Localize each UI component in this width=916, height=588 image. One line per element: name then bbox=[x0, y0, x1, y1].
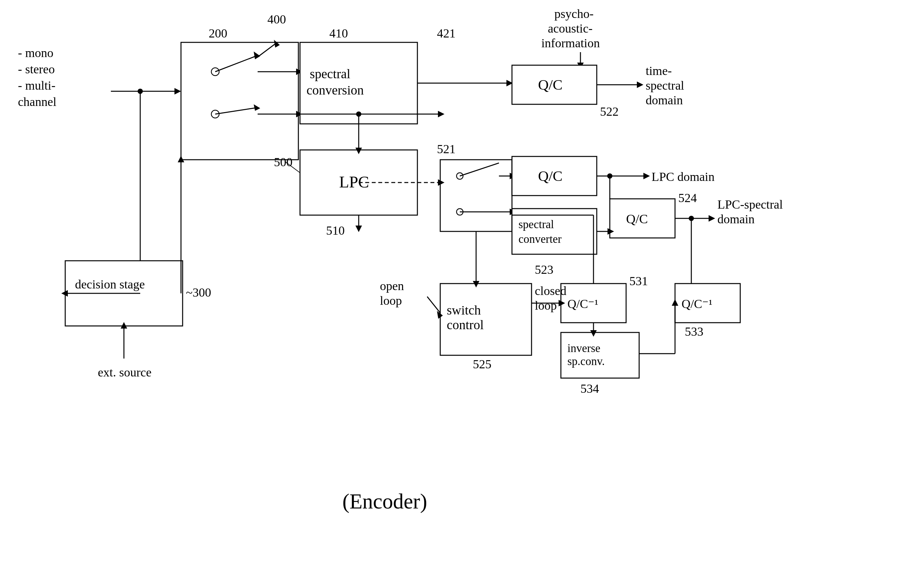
label-psycho-2: acoustic- bbox=[548, 21, 592, 35]
label-533: 533 bbox=[685, 325, 703, 338]
label-531: 531 bbox=[630, 274, 648, 288]
label-510: 510 bbox=[326, 224, 345, 237]
block-200 bbox=[181, 42, 298, 160]
label-spectral-converter-1: spectral bbox=[518, 218, 554, 231]
label-lpc-domain: LPC domain bbox=[652, 170, 714, 184]
label-522: 522 bbox=[600, 105, 618, 118]
label-psycho-3: information bbox=[541, 36, 600, 50]
label-qc-top: Q/C bbox=[538, 77, 563, 93]
label-time-spectral-2: spectral bbox=[646, 79, 684, 92]
label-spectral-converter-2: converter bbox=[518, 233, 562, 246]
label-524: 524 bbox=[678, 191, 697, 205]
label-qc-spectral: Q/C bbox=[626, 212, 648, 226]
caption: (Encoder) bbox=[342, 489, 427, 513]
label-ext-source: ext. source bbox=[98, 365, 152, 379]
label-300: ~300 bbox=[186, 286, 211, 299]
label-switch-control-1: switch bbox=[447, 303, 481, 317]
label-spectral-conversion-2: conversion bbox=[306, 83, 364, 97]
label-qc-inv-531: Q/C⁻¹ bbox=[567, 297, 599, 311]
label-open-loop-1: open bbox=[380, 279, 404, 293]
label-inverse-spconv-2: sp.conv. bbox=[567, 355, 605, 368]
label-time-spectral-1: time- bbox=[646, 64, 672, 78]
label-lpc-spectral-2: domain bbox=[717, 212, 754, 226]
label-500: 500 bbox=[274, 155, 293, 169]
label-523: 523 bbox=[535, 263, 553, 276]
label-open-loop-2: loop bbox=[380, 294, 402, 307]
label-time-spectral-3: domain bbox=[646, 93, 683, 107]
label-spectral-conversion-1: spectral bbox=[310, 66, 350, 81]
label-lpc-spectral-1: LPC-spectral bbox=[717, 197, 783, 211]
input-stereo: - stereo bbox=[18, 62, 55, 76]
label-200: 200 bbox=[209, 26, 227, 40]
label-inverse-spconv-1: inverse bbox=[567, 342, 600, 355]
label-521: 521 bbox=[437, 142, 456, 156]
label-lpc: LPC bbox=[339, 173, 369, 191]
label-qc-lpc: Q/C bbox=[538, 168, 563, 184]
label-421: 421 bbox=[437, 26, 456, 40]
label-400: 400 bbox=[267, 12, 286, 26]
input-mono: - mono bbox=[18, 46, 53, 60]
label-decision-stage: decision stage bbox=[75, 277, 145, 291]
label-525: 525 bbox=[473, 357, 492, 371]
label-closed-loop-1: closed bbox=[535, 284, 566, 297]
input-multi: - multi- bbox=[18, 79, 55, 92]
label-410: 410 bbox=[329, 26, 348, 40]
label-534: 534 bbox=[581, 382, 599, 395]
label-switch-control-2: control bbox=[447, 317, 484, 332]
input-channel: channel bbox=[18, 95, 57, 108]
label-psycho-1: psycho- bbox=[554, 7, 594, 21]
diagram-container: - mono - stereo - multi- channel 200 400 bbox=[0, 0, 916, 588]
label-closed-loop-2: loop bbox=[535, 299, 557, 312]
label-qc-inv-533: Q/C⁻¹ bbox=[681, 297, 712, 311]
